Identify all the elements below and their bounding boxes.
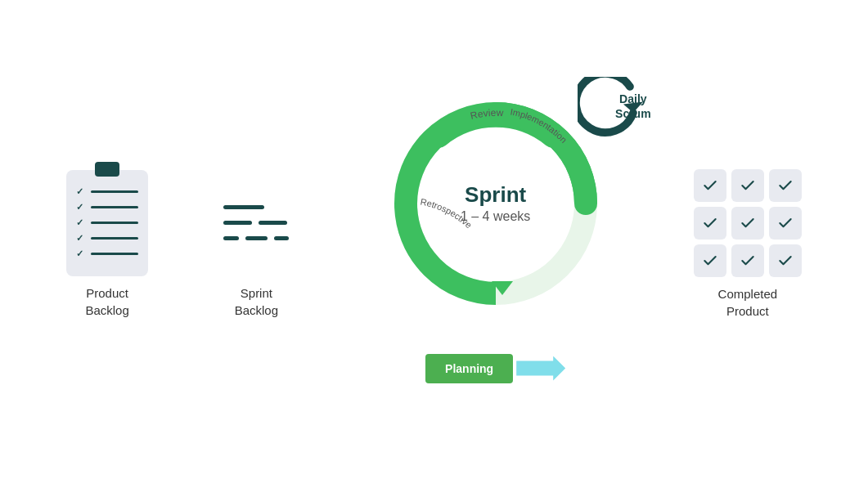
planning-arrow-icon: [516, 356, 565, 381]
line-bar-4: [91, 237, 138, 240]
check-3: ✓: [76, 217, 86, 228]
check-cell-6: [769, 207, 802, 240]
checkmark-icon-5: [740, 215, 756, 231]
clipboard-line-5: ✓: [76, 248, 138, 259]
sb-row-3: [223, 236, 289, 240]
line-bar-1: [91, 190, 138, 193]
clipboard-line-1: ✓: [76, 186, 138, 197]
sprint-title: Sprint: [461, 181, 530, 208]
planning-section: Planning: [365, 354, 627, 383]
sb-bar-1: [223, 205, 264, 209]
sprint-section: Daily Scrum Review: [365, 89, 627, 400]
check-4: ✓: [76, 233, 86, 244]
completed-product-section: Completed Product: [694, 169, 802, 320]
clipboard-line-3: ✓: [76, 217, 138, 228]
product-backlog-label: Product Backlog: [85, 284, 128, 319]
checkmark-icon-8: [740, 253, 756, 269]
sprint-circle-container: Daily Scrum Review: [381, 89, 610, 318]
check-cell-5: [731, 207, 764, 240]
check-cell-3: [769, 169, 802, 202]
check-cell-9: [769, 244, 802, 277]
checkmark-icon-6: [777, 215, 794, 231]
check-2: ✓: [76, 202, 86, 213]
check-cell-8: [731, 244, 764, 277]
sprint-backlog-label: Sprint Backlog: [235, 284, 278, 319]
check-1: ✓: [76, 186, 86, 197]
checkmark-icon-4: [702, 215, 718, 231]
sprint-backlog-icon: [215, 170, 297, 276]
sprint-weeks: 1 – 4 weeks: [461, 208, 530, 226]
sb-bar-2: [223, 221, 252, 225]
sb-bar-4: [223, 236, 239, 240]
planning-bar: Planning: [425, 354, 513, 383]
clipboard-clip: [95, 162, 119, 177]
sb-bar-3: [259, 221, 287, 225]
line-bar-2: [91, 206, 138, 208]
checkmark-icon-3: [777, 177, 794, 194]
checkmark-icon-1: [702, 177, 718, 194]
sb-bar-6: [274, 236, 290, 240]
check-cell-2: [731, 169, 764, 202]
daily-scrum-section: Daily Scrum: [578, 77, 643, 142]
line-bar-3: [91, 222, 138, 224]
completed-product-label: Completed Product: [718, 285, 778, 320]
sb-bar-5: [245, 236, 267, 240]
checkmark-icon-9: [777, 253, 794, 269]
checkmark-icon-2: [740, 177, 756, 194]
check-cell-4: [694, 207, 726, 240]
clipboard-icon: ✓ ✓ ✓ ✓ ✓: [66, 170, 148, 276]
daily-scrum-label: Daily Scrum: [615, 92, 651, 121]
check-cell-7: [694, 244, 726, 277]
sb-row-2: [223, 221, 289, 225]
product-backlog-section: ✓ ✓ ✓ ✓ ✓ Product Backlog: [66, 170, 148, 319]
check-5: ✓: [76, 248, 86, 259]
scrum-diagram: ✓ ✓ ✓ ✓ ✓ Product Backlog: [0, 0, 868, 488]
sb-row-1: [223, 205, 289, 209]
check-cell-1: [694, 169, 726, 202]
sprint-backlog-section: Sprint Backlog: [215, 170, 297, 319]
checkmark-icon-7: [702, 253, 718, 269]
sprint-center-label: Sprint 1 – 4 weeks: [461, 181, 530, 226]
check-grid: [694, 169, 802, 277]
clipboard-line-4: ✓: [76, 233, 138, 244]
line-bar-5: [91, 253, 138, 255]
clipboard-line-2: ✓: [76, 202, 138, 213]
